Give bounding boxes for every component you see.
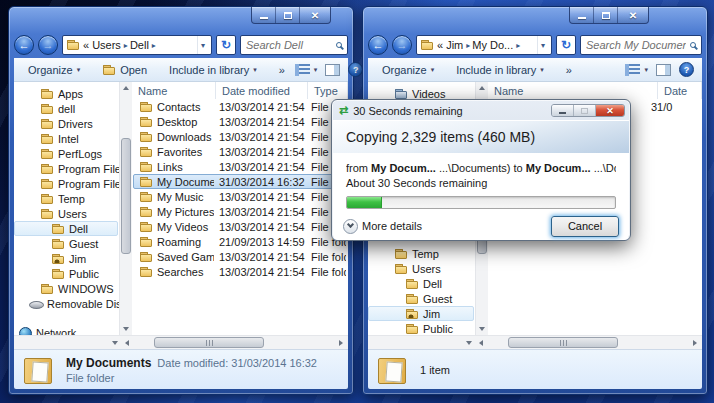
- horizontal-scrollbar[interactable]: [14, 335, 348, 349]
- search-box[interactable]: Search My Documents: [580, 35, 702, 55]
- scroll-right-icon[interactable]: [334, 340, 348, 346]
- more-details-label[interactable]: More details: [362, 220, 422, 232]
- scroll-down-icon[interactable]: [476, 323, 488, 335]
- toolbar-button[interactable]: Include in library ▾: [163, 62, 263, 78]
- column-header-date[interactable]: Date: [658, 82, 702, 99]
- toolbar-button[interactable]: »: [273, 62, 291, 78]
- file-row[interactable]: My Documents 31/03/2014 16:32 File folde…: [133, 174, 347, 189]
- column-header-type[interactable]: Type: [308, 82, 348, 99]
- back-button[interactable]: ←: [14, 35, 34, 55]
- toolbar-button[interactable]: Open: [96, 62, 153, 78]
- toolbar-button[interactable]: Include in library ▾: [450, 62, 550, 78]
- scroll-down-icon[interactable]: [120, 323, 132, 335]
- folder-icon: [40, 178, 54, 190]
- file-row[interactable]: My Pictures 13/03/2014 21:54 File folder: [133, 204, 347, 219]
- preview-pane-icon[interactable]: [656, 64, 671, 76]
- minimize-button[interactable]: [552, 105, 574, 116]
- file-row[interactable]: Searches 13/03/2014 21:54 File folder: [133, 264, 347, 279]
- tree-item[interactable]: Removable Disk (: [14, 296, 118, 311]
- tree-item[interactable]: dell: [14, 101, 118, 116]
- file-row[interactable]: My Videos 13/03/2014 21:54 File folder: [133, 219, 347, 234]
- refresh-button[interactable]: ↻: [556, 35, 576, 55]
- file-row[interactable]: Saved Games 13/03/2014 21:54 File folder: [133, 249, 347, 264]
- tree-item[interactable]: Intel: [14, 131, 118, 146]
- tree-item[interactable]: Public: [368, 321, 474, 335]
- breadcrumb-segment[interactable]: Dell▸: [130, 39, 156, 51]
- tree-item[interactable]: Network: [14, 325, 118, 335]
- address-dropdown-icon[interactable]: ▾: [537, 36, 548, 54]
- tree-scroll-down-icon[interactable]: [466, 341, 472, 345]
- tree-item[interactable]: Temp: [368, 246, 474, 261]
- back-button[interactable]: ←: [368, 35, 388, 55]
- maximize-button[interactable]: [594, 7, 618, 23]
- scroll-up-icon[interactable]: [120, 82, 132, 94]
- address-bar[interactable]: « Users▸ Dell▸ ▾: [62, 35, 212, 55]
- scroll-left-icon[interactable]: [120, 340, 134, 346]
- preview-pane-icon[interactable]: [325, 64, 340, 76]
- change-view-icon[interactable]: [295, 64, 310, 76]
- change-view-caret-icon[interactable]: ▾: [314, 66, 318, 74]
- file-row[interactable]: Roaming 21/09/2013 14:59 File folder: [133, 234, 347, 249]
- tree-item[interactable]: Guest: [368, 291, 474, 306]
- details-pane: 1 item: [368, 349, 702, 389]
- scrollbar-thumb[interactable]: [154, 337, 264, 348]
- close-button[interactable]: ✕: [596, 105, 624, 116]
- tree-item[interactable]: Dell: [14, 221, 118, 236]
- minimize-button[interactable]: [252, 7, 276, 23]
- column-header-date[interactable]: Date modified: [216, 82, 308, 99]
- tree-item[interactable]: Apps: [14, 86, 118, 101]
- scroll-up-icon[interactable]: [476, 82, 488, 94]
- scroll-right-icon[interactable]: [688, 340, 702, 346]
- breadcrumb-segment[interactable]: Users▸: [92, 39, 128, 51]
- tree-scrollbar[interactable]: [119, 82, 132, 335]
- address-dropdown-icon[interactable]: ▾: [197, 36, 208, 54]
- change-view-icon[interactable]: [625, 64, 640, 76]
- tree-item[interactable]: Guest: [14, 236, 118, 251]
- help-icon[interactable]: ?: [679, 62, 694, 77]
- scroll-left-icon[interactable]: [474, 340, 488, 346]
- toolbar-button[interactable]: »: [560, 62, 578, 78]
- tree-item[interactable]: Jim: [368, 306, 474, 321]
- tree-item[interactable]: WINDOWS: [14, 281, 118, 296]
- refresh-button[interactable]: ↻: [216, 35, 236, 55]
- file-row[interactable]: Links 13/03/2014 21:54 File folder: [133, 159, 347, 174]
- file-row[interactable]: Downloads 13/03/2014 21:54 File folder: [133, 129, 347, 144]
- scrollbar-thumb[interactable]: [508, 337, 618, 348]
- toolbar-button[interactable]: Organize ▾: [376, 62, 440, 78]
- tree-item[interactable]: Program Files: [14, 161, 118, 176]
- search-box[interactable]: Search Dell: [240, 35, 348, 55]
- window-main-area: Apps dell Drivers Intel PerfLogs Program…: [14, 82, 348, 335]
- column-header-name[interactable]: Name: [488, 82, 658, 99]
- tree-item[interactable]: Dell: [368, 276, 474, 291]
- tree-item[interactable]: Temp: [14, 191, 118, 206]
- address-bar[interactable]: « Jim▸ My Do...▸ ▾: [416, 35, 552, 55]
- file-row[interactable]: Contacts 13/03/2014 21:54 File folder: [133, 99, 347, 114]
- file-row[interactable]: Favorites 13/03/2014 21:54 File folder: [133, 144, 347, 159]
- more-details-chevron-icon[interactable]: [343, 219, 358, 234]
- tree-item[interactable]: Public: [14, 266, 118, 281]
- close-button[interactable]: ✕: [300, 7, 330, 23]
- tree-scroll-down-icon[interactable]: [112, 341, 118, 345]
- forward-button[interactable]: →: [392, 35, 412, 55]
- toolbar-button[interactable]: Organize ▾: [22, 62, 86, 78]
- file-row[interactable]: My Music 13/03/2014 21:54 File folder: [133, 189, 347, 204]
- close-button[interactable]: ✕: [618, 7, 648, 23]
- tree-item[interactable]: PerfLogs: [14, 146, 118, 161]
- tree-scrollbar-thumb[interactable]: [121, 138, 131, 254]
- maximize-button[interactable]: [276, 7, 300, 23]
- forward-button[interactable]: →: [38, 35, 58, 55]
- breadcrumb-arrow-icon: ▸: [516, 41, 520, 50]
- file-row[interactable]: Desktop 13/03/2014 21:54 File folder: [133, 114, 347, 129]
- tree-item[interactable]: Drivers: [14, 116, 118, 131]
- tree-item[interactable]: Users: [368, 261, 474, 276]
- cancel-button[interactable]: Cancel: [551, 216, 619, 237]
- column-header-name[interactable]: Name: [132, 82, 216, 99]
- minimize-button[interactable]: [570, 7, 594, 23]
- tree-item[interactable]: Users: [14, 206, 118, 221]
- change-view-caret-icon[interactable]: ▾: [644, 66, 648, 74]
- breadcrumb-segment[interactable]: My Do...▸: [472, 39, 520, 51]
- horizontal-scrollbar[interactable]: [368, 335, 702, 349]
- breadcrumb-segment[interactable]: Jim▸: [446, 39, 470, 51]
- tree-item[interactable]: Jim: [14, 251, 118, 266]
- tree-item[interactable]: Program Files (x: [14, 176, 118, 191]
